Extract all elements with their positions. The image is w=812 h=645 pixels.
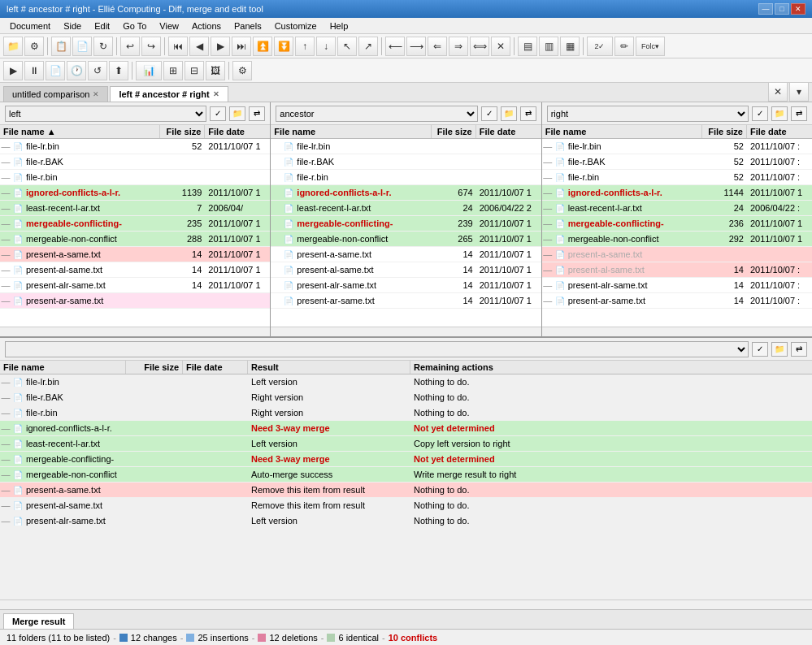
result-scroll-h[interactable]	[0, 600, 812, 609]
left-folder-button[interactable]: 📁	[229, 106, 245, 121]
menu-view[interactable]: View	[153, 19, 185, 32]
toolbar-copy-button[interactable]: 📋	[51, 37, 71, 56]
tab-list-button[interactable]: ▾	[789, 82, 809, 102]
table-row[interactable]: — 📄 file-r.BAK 52 2011/10/07 :	[542, 154, 812, 170]
table-row[interactable]: — 📄 present-al-same.txt 14 2011/10/07 1	[0, 262, 270, 278]
tab-merge-result[interactable]: Merge result	[3, 613, 74, 629]
right-check-button[interactable]: ✓	[752, 106, 768, 121]
table-row[interactable]: — 📄 least-recent-l-ar.txt Left version C…	[0, 436, 812, 452]
minimize-button[interactable]: —	[758, 3, 773, 15]
left-scroll-h[interactable]	[0, 327, 270, 336]
toolbar-undo-button[interactable]: ↩	[120, 37, 140, 56]
table-row[interactable]: — 📄 ignored-conflicts-a-l-r. 1144 2011/1…	[542, 185, 812, 201]
table-row[interactable]: — 📄 present-al-same.txt 14 2011/10/07 :	[542, 262, 812, 278]
table-row[interactable]: — 📄 present-al-same.txt Remove this item…	[0, 498, 812, 513]
table-row[interactable]: — 📄 file-lr.bin 52 2011/10/07 1	[0, 139, 270, 154]
toolbar-refresh-button[interactable]: ↻	[93, 37, 113, 56]
toolbar-nav10-button[interactable]: ↗	[358, 37, 378, 56]
tb2-filter2-button[interactable]: ⊟	[185, 61, 204, 80]
toolbar-merge1-button[interactable]: ⟵	[385, 37, 405, 56]
table-row[interactable]: — 📄 present-ar-same.txt	[0, 293, 270, 309]
table-row[interactable]: — 📄 mergeable-conflicting- Need 3-way me…	[0, 452, 812, 467]
tab-main[interactable]: left # ancestor # right ✕	[110, 86, 228, 102]
table-row[interactable]: — 📄 file-r.bin 52 2011/10/07 :	[542, 170, 812, 185]
menu-side[interactable]: Side	[57, 19, 88, 32]
table-row[interactable]: — 📄 mergeable-non-conflict 288 2011/10/0…	[0, 232, 270, 247]
table-row[interactable]: — 📄 file-r.bin	[0, 170, 270, 185]
table-row[interactable]: — 📄 present-alr-same.txt Left version No…	[0, 513, 812, 529]
table-row[interactable]: — 📄 least-recent-l-ar.txt 7 2006/04/	[0, 201, 270, 216]
table-row[interactable]: — 📄 mergeable-conflicting- 235 2011/10/0…	[0, 216, 270, 232]
tb2-settings2-button[interactable]: ⚙	[232, 61, 252, 80]
table-row[interactable]: 📄 present-a-same.txt 14 2011/10/07 1	[271, 247, 541, 262]
tab-main-close[interactable]: ✕	[213, 90, 219, 98]
toolbar-zoom-button[interactable]: 2✓	[587, 37, 613, 56]
toolbar-nav2-button[interactable]: ◀	[189, 37, 209, 56]
menu-actions[interactable]: Actions	[185, 19, 228, 32]
left-swap-button[interactable]: ⇄	[249, 106, 265, 121]
table-row[interactable]: — 📄 least-recent-l-ar.txt 24 2006/04/22 …	[542, 201, 812, 216]
table-row[interactable]: 📄 present-ar-same.txt 14 2011/10/07 1	[271, 293, 541, 309]
right-pane-select[interactable]: right	[547, 106, 749, 122]
table-row[interactable]: — 📄 present-ar-same.txt 14 2011/10/07 :	[542, 293, 812, 309]
toolbar-merge4-button[interactable]: ⇒	[449, 37, 468, 56]
tb2-filter-button[interactable]: ⊞	[163, 61, 183, 80]
table-row[interactable]: — 📄 present-a-same.txt 14 2011/10/07 1	[0, 247, 270, 262]
table-row[interactable]: 📄 least-recent-l-ar.txt 24 2006/04/22 2	[271, 201, 541, 216]
table-row[interactable]: 📄 mergeable-conflicting- 239 2011/10/07 …	[271, 216, 541, 232]
close-button[interactable]: ✕	[791, 3, 805, 15]
right-swap-button[interactable]: ⇄	[791, 106, 807, 121]
menu-help[interactable]: Help	[323, 19, 355, 32]
ancestor-pane-select[interactable]: ancestor	[276, 106, 477, 122]
toolbar-settings-button[interactable]: ⚙	[24, 37, 44, 56]
menu-document[interactable]: Document	[3, 19, 57, 32]
right-folder-button[interactable]: 📁	[771, 106, 788, 121]
ancestor-check-button[interactable]: ✓	[481, 106, 497, 121]
ancestor-folder-button[interactable]: 📁	[501, 106, 517, 121]
toolbar-nav1-button[interactable]: ⏮	[168, 37, 188, 56]
table-row[interactable]: 📄 file-r.BAK	[271, 154, 541, 170]
tb2-refresh2-button[interactable]: ↺	[88, 61, 107, 80]
table-row[interactable]: — 📄 mergeable-non-conflict 292 2011/10/0…	[542, 232, 812, 247]
table-row[interactable]: — 📄 ignored-conflicts-a-l-r. Need 3-way …	[0, 421, 812, 436]
table-row[interactable]: 📄 present-al-same.txt 14 2011/10/07 1	[271, 262, 541, 278]
toolbar-nav6-button[interactable]: ⏬	[274, 37, 293, 56]
table-row[interactable]: — 📄 file-r.BAK	[0, 154, 270, 170]
result-pane-select[interactable]	[5, 341, 749, 357]
toolbar-nav9-button[interactable]: ↖	[337, 37, 357, 56]
tb2-stop-button[interactable]: ⏸	[24, 61, 44, 80]
menu-panels[interactable]: Panels	[228, 19, 268, 32]
toolbar-merge2-button[interactable]: ⟶	[406, 37, 426, 56]
toolbar-nav8-button[interactable]: ↓	[316, 37, 336, 56]
toolbar-nav4-button[interactable]: ⏭	[232, 37, 251, 56]
result-check-button[interactable]: ✓	[752, 342, 768, 357]
tab-untitled[interactable]: untitled comparison ✕	[3, 86, 108, 102]
right-scroll-h[interactable]	[542, 327, 812, 336]
table-row[interactable]: — 📄 present-a-same.txt	[542, 247, 812, 262]
table-row[interactable]: — 📄 present-alr-same.txt 14 2011/10/07 :	[542, 278, 812, 293]
toolbar-nav3-button[interactable]: ▶	[211, 37, 230, 56]
toolbar-view3-button[interactable]: ▦	[560, 37, 580, 56]
toolbar-fold-button[interactable]: Folc▾	[636, 37, 665, 56]
menu-edit[interactable]: Edit	[88, 19, 116, 32]
toolbar-open-button[interactable]: 📁	[3, 37, 23, 56]
tb2-file-button[interactable]: 📄	[46, 61, 65, 80]
table-row[interactable]: — 📄 present-a-same.txt Remove this item …	[0, 483, 812, 498]
toolbar-redo-button[interactable]: ↪	[141, 37, 161, 56]
tb2-compare-button[interactable]: 📊	[136, 61, 162, 80]
toolbar-edit-button[interactable]: ✏	[614, 37, 634, 56]
menu-goto[interactable]: Go To	[116, 19, 153, 32]
table-row[interactable]: 📄 present-alr-same.txt 14 2011/10/07 1	[271, 278, 541, 293]
toolbar-merge5-button[interactable]: ⟺	[470, 37, 489, 56]
result-folder-button[interactable]: 📁	[771, 342, 788, 357]
tb2-export-button[interactable]: ⬆	[109, 61, 128, 80]
left-pane-select[interactable]: left	[5, 106, 206, 122]
toolbar-paste-button[interactable]: 📄	[72, 37, 92, 56]
table-row[interactable]: — 📄 file-lr.bin 52 2011/10/07 :	[542, 139, 812, 154]
table-row[interactable]: — 📄 file-lr.bin Left version Nothing to …	[0, 374, 812, 390]
table-row[interactable]: — 📄 ignored-conflicts-a-l-r. 1139 2011/1…	[0, 185, 270, 201]
table-row[interactable]: 📄 file-r.bin	[271, 170, 541, 185]
maximize-button[interactable]: □	[775, 3, 789, 15]
toolbar-merge3-button[interactable]: ⇐	[428, 37, 447, 56]
table-row[interactable]: — 📄 file-r.BAK Right version Nothing to …	[0, 390, 812, 405]
